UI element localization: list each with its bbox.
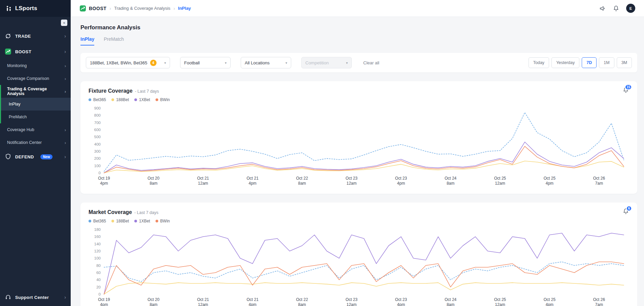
notifications-button[interactable]: [613, 5, 619, 12]
bookmakers-count-badge: 4: [150, 60, 157, 66]
tabs: InPlay PreMatch: [80, 36, 637, 45]
legend-dot-icon: [156, 98, 158, 101]
sport-select[interactable]: Football ▾: [180, 57, 231, 68]
sidebar-collapse-button[interactable]: «: [61, 20, 67, 26]
svg-text:Oct 26: Oct 26: [593, 176, 605, 181]
legend-item-188bet[interactable]: 188Bet: [111, 97, 129, 102]
legend-item-bet365[interactable]: Bet365: [89, 97, 106, 102]
svg-text:Oct 19: Oct 19: [98, 176, 110, 181]
clear-all-link[interactable]: Clear all: [363, 60, 379, 65]
boost-brand-icon: [79, 5, 86, 12]
topbar: BOOST › Trading & Coverage Analysis › In…: [71, 0, 644, 17]
sidebar-item-defend[interactable]: DEFEND New ›: [0, 149, 71, 164]
svg-text:100: 100: [94, 256, 101, 260]
svg-text:8am: 8am: [298, 302, 306, 306]
svg-text:600: 600: [94, 128, 101, 132]
svg-text:8am: 8am: [447, 181, 454, 186]
legend-dot-icon: [134, 98, 137, 101]
svg-text:4pm: 4pm: [100, 181, 108, 186]
sidebar-item-monitoring[interactable]: Monitoring ›: [0, 59, 71, 72]
legend-item-bwin[interactable]: BWin: [156, 219, 170, 223]
svg-text:12am: 12am: [346, 302, 357, 306]
svg-text:8am: 8am: [298, 181, 306, 186]
svg-text:Oct 23: Oct 23: [395, 176, 407, 181]
svg-text:80: 80: [96, 264, 101, 268]
competition-placeholder: Competition: [305, 60, 329, 65]
breadcrumb-separator: ›: [109, 6, 111, 11]
topbar-actions: E: [599, 4, 635, 13]
svg-text:Oct 24: Oct 24: [445, 297, 457, 302]
sidebar-item-prematch[interactable]: PreMatch: [1, 111, 71, 123]
legend-item-1xbet[interactable]: 1XBet: [134, 97, 150, 102]
sidebar-item-coverage-comparison[interactable]: Coverage Comparison ›: [0, 72, 71, 85]
tab-prematch[interactable]: PreMatch: [104, 36, 124, 45]
svg-text:60: 60: [96, 271, 101, 275]
legend-label: Bet365: [93, 97, 106, 102]
svg-text:4pm: 4pm: [546, 181, 553, 186]
range-today-button[interactable]: Today: [529, 57, 549, 68]
chevron-right-icon: ›: [64, 295, 66, 300]
svg-text:400: 400: [94, 142, 101, 146]
sidebar-item-label: BOOST: [15, 49, 31, 54]
legend-dot-icon: [111, 220, 114, 222]
breadcrumb-parent[interactable]: Trading & Coverage Analysis: [114, 6, 170, 11]
svg-text:Oct 20: Oct 20: [147, 176, 160, 181]
legend-item-bet365[interactable]: Bet365: [89, 219, 106, 223]
svg-text:4pm: 4pm: [100, 302, 108, 306]
svg-text:12am: 12am: [495, 302, 505, 306]
caret-down-icon: ▾: [346, 61, 348, 65]
bookmakers-value: 188Bet, 1XBet, BWin, Bet365: [90, 60, 147, 65]
sidebar-item-inplay[interactable]: InPlay: [1, 98, 71, 111]
svg-text:4pm: 4pm: [546, 302, 553, 306]
tab-inplay[interactable]: InPlay: [80, 36, 94, 45]
sidebar-item-coverage-hub[interactable]: Coverage Hub ›: [0, 123, 71, 136]
range-3m-button[interactable]: 3M: [617, 57, 632, 68]
chevron-right-icon: ›: [65, 128, 66, 132]
market-chart-legend: Bet365188Bet1XBetBWin: [89, 219, 629, 223]
date-range-group: Today Yesterday 7D 1M 3M: [529, 57, 632, 68]
sidebar-item-notification-center[interactable]: Notification Center ›: [0, 136, 71, 149]
locations-select[interactable]: All Locations ▾: [241, 57, 291, 68]
breadcrumb-current[interactable]: InPlay: [178, 6, 191, 11]
megaphone-icon: [599, 5, 606, 12]
breadcrumb-separator: ›: [173, 6, 175, 11]
sidebar-item-trading-coverage-analysis[interactable]: Trading & Coverage Analysis ›: [1, 85, 71, 98]
bookmakers-select[interactable]: 188Bet, 1XBet, BWin, Bet365 4 ▾: [86, 57, 170, 68]
legend-item-bwin[interactable]: BWin: [156, 97, 170, 102]
caret-down-icon: ▾: [285, 61, 287, 65]
sidebar-item-label: PreMatch: [9, 115, 27, 119]
announcement-button[interactable]: [599, 5, 606, 12]
active-section-group: Trading & Coverage Analysis › InPlay Pre…: [0, 85, 71, 123]
fixture-alerts-button[interactable]: 15: [622, 87, 629, 93]
svg-text:20: 20: [96, 285, 101, 289]
legend-label: BWin: [160, 97, 170, 102]
sidebar-item-support-center[interactable]: Support Center ›: [0, 288, 71, 306]
alert-count-badge: 6: [626, 206, 632, 211]
collapse-row: «: [0, 17, 71, 28]
market-alerts-button[interactable]: 6: [622, 208, 629, 215]
sidebar-item-trade[interactable]: TRADE ›: [0, 28, 71, 44]
svg-text:7am: 7am: [595, 302, 603, 306]
svg-text:Oct 22: Oct 22: [296, 297, 308, 302]
svg-text:Oct 21: Oct 21: [197, 297, 209, 302]
range-yesterday-button[interactable]: Yesterday: [551, 57, 579, 68]
app-root: LSports « TRADE ›: [0, 0, 644, 306]
legend-item-1xbet[interactable]: 1XBet: [134, 219, 150, 223]
bell-icon: [613, 5, 619, 12]
legend-label: 188Bet: [116, 97, 129, 102]
svg-text:Oct 23: Oct 23: [346, 297, 358, 302]
user-avatar[interactable]: E: [626, 4, 635, 13]
boost-icon: [5, 48, 11, 55]
svg-text:12am: 12am: [198, 181, 208, 186]
competition-select: Competition ▾: [301, 57, 352, 68]
range-7d-button[interactable]: 7D: [582, 57, 597, 68]
svg-text:8am: 8am: [447, 302, 454, 306]
boost-brand[interactable]: BOOST: [79, 5, 106, 12]
svg-text:Oct 21: Oct 21: [246, 297, 259, 302]
legend-item-188bet[interactable]: 188Bet: [111, 219, 129, 223]
range-1m-button[interactable]: 1M: [599, 57, 614, 68]
lsports-logo[interactable]: LSports: [0, 0, 71, 17]
sidebar-item-boost[interactable]: BOOST ›: [0, 44, 71, 59]
sidebar-spacer: [0, 164, 71, 288]
caret-down-icon: ▾: [164, 61, 166, 65]
